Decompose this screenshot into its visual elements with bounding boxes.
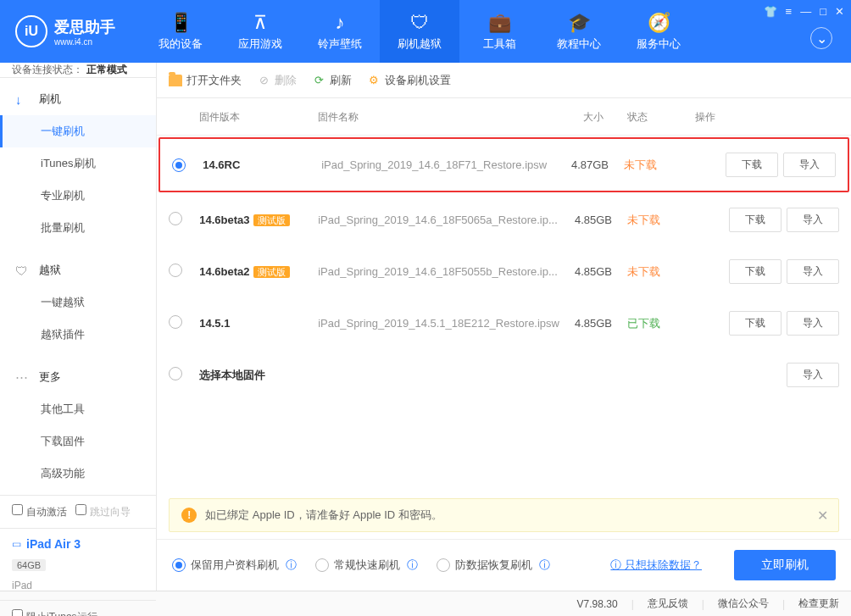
logo[interactable]: iU 爱思助手 www.i4.cn: [15, 15, 115, 47]
block-itunes-row: 阻止iTunes运行: [0, 601, 156, 616]
nav-icon: ♪: [336, 12, 345, 34]
dropdown-button[interactable]: ⌄: [810, 27, 832, 49]
device-info[interactable]: ▭ iPad Air 3 64GB iPad: [0, 528, 156, 601]
col-size-header: 大小: [559, 110, 627, 125]
side-item[interactable]: 一键刷机: [0, 115, 156, 147]
side-section-0[interactable]: ↓刷机: [0, 83, 156, 115]
nav-label: 工具箱: [483, 36, 516, 52]
refresh-button[interactable]: ⟳刷新: [312, 73, 352, 88]
firmware-row[interactable]: 14.6beta3测试版iPad_Spring_2019_14.6_18F506…: [157, 194, 851, 246]
radio-icon[interactable]: [169, 315, 182, 329]
nav-tab-4[interactable]: 💼工具箱: [459, 0, 539, 63]
beta-badge: 测试版: [253, 214, 290, 226]
side-section-2[interactable]: ⋯更多: [0, 361, 156, 393]
action-下载[interactable]: 下载: [726, 153, 778, 177]
section-title: 更多: [39, 369, 61, 385]
toolbar: 打开文件夹 ⊘删除 ⟳刷新 ⚙设备刷机设置: [157, 63, 851, 98]
firmware-row[interactable]: 14.6beta2测试版iPad_Spring_2019_14.6_18F505…: [157, 246, 851, 297]
info-icon[interactable]: ⓘ: [407, 558, 418, 573]
radio-icon[interactable]: [172, 158, 186, 172]
normal-flash-option[interactable]: 常规快速刷机ⓘ: [315, 558, 418, 573]
maximize-icon[interactable]: □: [820, 5, 826, 18]
action-下载[interactable]: 下载: [729, 311, 781, 336]
side-item[interactable]: 批量刷机: [0, 212, 156, 244]
nav-icon: ⊼: [253, 12, 267, 34]
nav-tab-5[interactable]: 🎓教程中心: [539, 0, 619, 63]
side-section-1[interactable]: 🛡越狱: [0, 254, 156, 286]
erase-data-link[interactable]: ⓘ 只想抹除数据？: [610, 558, 702, 573]
col-status-header: 状态: [627, 110, 695, 125]
nav-label: 铃声壁纸: [318, 36, 362, 52]
close-info-icon[interactable]: ✕: [817, 508, 828, 524]
action-导入[interactable]: 导入: [787, 311, 839, 336]
firmware-size: 4.85GB: [559, 265, 627, 278]
action-导入[interactable]: 导入: [787, 363, 839, 387]
side-item[interactable]: 其他工具: [0, 393, 156, 425]
side-item[interactable]: 下载固件: [0, 425, 156, 458]
section-title: 刷机: [39, 92, 61, 107]
nav-tab-0[interactable]: 📱我的设备: [141, 0, 220, 63]
nav-tab-3[interactable]: 🛡刷机越狱: [380, 0, 459, 63]
nav-label: 服务中心: [637, 36, 681, 52]
info-icon[interactable]: ⓘ: [539, 558, 550, 573]
skin-icon[interactable]: 👕: [764, 5, 777, 18]
delete-button[interactable]: ⊘删除: [257, 73, 297, 88]
feedback-link[interactable]: 意见反馈: [648, 597, 688, 611]
firmware-size: 4.85GB: [559, 317, 627, 330]
status-label: 设备连接状态：: [12, 63, 83, 77]
device-name: iPad Air 3: [26, 537, 81, 551]
anti-recovery-option[interactable]: 防数据恢复刷机ⓘ: [437, 558, 550, 573]
nav-icon: 🧭: [648, 12, 670, 34]
folder-icon: [169, 75, 182, 86]
minimize-icon[interactable]: —: [800, 5, 811, 18]
info-icon[interactable]: ⓘ: [286, 558, 297, 573]
logo-icon: iU: [15, 15, 47, 47]
auto-activate-checkbox[interactable]: 自动激活: [12, 504, 67, 519]
window-controls: 👕 ≡ — □ ✕: [764, 5, 844, 18]
nav-label: 应用游戏: [238, 36, 282, 52]
firmware-name: iPad_Spring_2019_14.5.1_18E212_Restore.i…: [318, 317, 559, 330]
firmware-row[interactable]: 14.5.1iPad_Spring_2019_14.5.1_18E212_Res…: [157, 297, 851, 349]
refresh-icon: ⟳: [312, 74, 325, 87]
action-导入[interactable]: 导入: [783, 153, 836, 177]
nav-tab-1[interactable]: ⊼应用游戏: [220, 0, 300, 63]
radio-icon[interactable]: [169, 212, 182, 225]
wechat-link[interactable]: 微信公众号: [718, 597, 769, 611]
info-text: 如已绑定 Apple ID，请准备好 Apple ID 和密码。: [205, 508, 442, 523]
side-item[interactable]: 专业刷机: [0, 180, 156, 212]
firmware-row[interactable]: 14.6RCiPad_Spring_2019_14.6_18F71_Restor…: [159, 137, 849, 192]
sidebar: 设备连接状态： 正常模式 ↓刷机一键刷机iTunes刷机专业刷机批量刷机🛡越狱一…: [0, 63, 157, 591]
side-item[interactable]: 一键越狱: [0, 286, 156, 319]
menu-icon[interactable]: ≡: [786, 5, 793, 18]
firmware-status: 未下载: [627, 264, 695, 280]
action-导入[interactable]: 导入: [787, 259, 839, 284]
firmware-status: 已下载: [627, 316, 695, 331]
delete-icon: ⊘: [257, 74, 270, 87]
side-item[interactable]: 越狱插件: [0, 319, 156, 351]
block-itunes-checkbox[interactable]: 阻止iTunes运行: [12, 609, 97, 616]
flash-now-button[interactable]: 立即刷机: [734, 550, 836, 580]
check-update-link[interactable]: 检查更新: [798, 597, 839, 611]
app-header: iU 爱思助手 www.i4.cn 📱我的设备⊼应用游戏♪铃声壁纸🛡刷机越狱💼工…: [0, 0, 851, 63]
settings-button[interactable]: ⚙设备刷机设置: [367, 73, 451, 88]
side-item[interactable]: iTunes刷机: [0, 147, 156, 180]
skip-guide-checkbox[interactable]: 跳过向导: [75, 504, 131, 519]
firmware-status: 未下载: [627, 213, 695, 228]
nav-tab-2[interactable]: ♪铃声壁纸: [300, 0, 380, 63]
options-bar: 保留用户资料刷机ⓘ 常规快速刷机ⓘ 防数据恢复刷机ⓘ ⓘ 只想抹除数据？ 立即刷…: [157, 539, 851, 591]
action-下载[interactable]: 下载: [729, 259, 781, 284]
nav-tab-6[interactable]: 🧭服务中心: [619, 0, 698, 63]
radio-icon[interactable]: [169, 367, 182, 380]
main-panel: 打开文件夹 ⊘删除 ⟳刷新 ⚙设备刷机设置 固件版本 固件名称 大小 状态 操作…: [157, 63, 851, 591]
radio-icon[interactable]: [169, 264, 182, 277]
action-导入[interactable]: 导入: [787, 208, 839, 232]
open-folder-button[interactable]: 打开文件夹: [169, 73, 242, 88]
nav-label: 刷机越狱: [398, 36, 442, 52]
section-icon: ⋯: [15, 369, 31, 385]
keep-data-option[interactable]: 保留用户资料刷机ⓘ: [172, 558, 297, 573]
side-item[interactable]: 高级功能: [0, 458, 156, 490]
nav-tabs: 📱我的设备⊼应用游戏♪铃声壁纸🛡刷机越狱💼工具箱🎓教程中心🧭服务中心: [141, 0, 698, 63]
action-下载[interactable]: 下载: [729, 208, 781, 232]
firmware-row[interactable]: 选择本地固件导入: [157, 349, 851, 401]
close-icon[interactable]: ✕: [835, 5, 844, 18]
